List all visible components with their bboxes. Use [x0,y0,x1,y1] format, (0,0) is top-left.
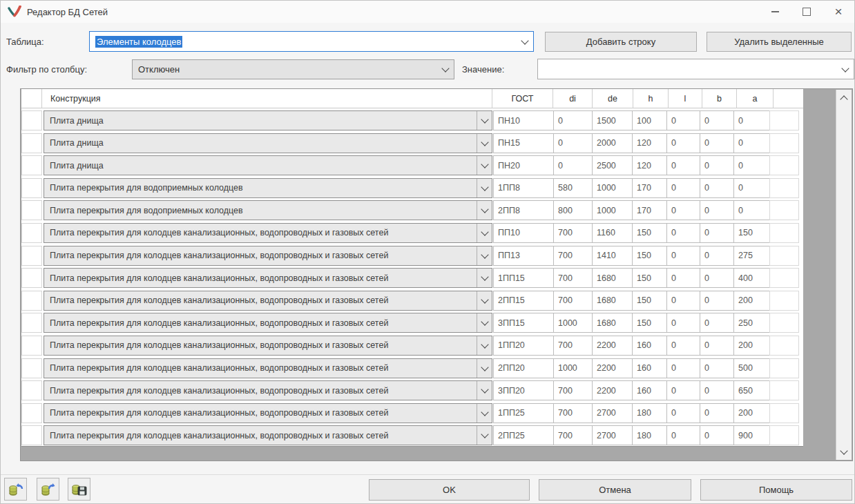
row-selector[interactable] [21,268,42,288]
cell-l[interactable]: 0 [666,358,700,378]
cell-a[interactable]: 900 [733,425,770,445]
construction-dropdown[interactable]: Плита днища [44,133,492,153]
cell-b[interactable]: 0 [700,246,734,266]
scroll-down-button[interactable] [836,445,852,458]
cell-a[interactable]: 500 [733,358,770,378]
cell-di[interactable]: 580 [553,178,593,198]
cell-a[interactable]: 150 [733,223,770,243]
delete-selected-button[interactable]: Удалить выделенные [707,32,852,52]
cell-l[interactable]: 0 [666,200,700,220]
cell-de[interactable]: 1680 [592,268,633,288]
row-selector[interactable] [21,155,42,175]
cell-gost[interactable]: 1ПП25 [493,403,554,423]
construction-dropdown[interactable]: Плита перекрытия для колодцев канализаци… [44,403,492,423]
cell-di[interactable]: 800 [553,200,593,220]
row-selector[interactable] [21,336,42,356]
cell-h[interactable]: 170 [632,178,667,198]
cell-de[interactable]: 2200 [592,380,633,400]
cell-l[interactable]: 0 [666,155,700,175]
cell-gost[interactable]: ПП10 [493,223,554,243]
row-selector[interactable] [21,223,42,243]
row-selector[interactable] [21,358,42,378]
row-selector[interactable] [21,425,42,445]
cell-b[interactable]: 0 [700,380,734,400]
cell-h[interactable]: 150 [632,268,667,288]
cell-l[interactable]: 0 [666,403,700,423]
cell-h[interactable]: 120 [632,155,667,175]
add-row-button[interactable]: Добавить строку [545,32,697,52]
cell-de[interactable]: 1000 [592,178,633,198]
cell-gost[interactable]: 1ПП15 [493,268,554,288]
cell-h[interactable]: 150 [632,246,667,266]
cell-de[interactable]: 1410 [592,246,633,266]
col-header-a[interactable]: a [737,89,774,108]
cell-gost[interactable]: 3ПП20 [493,380,554,400]
col-header-de[interactable]: de [593,89,633,108]
row-selector[interactable] [21,110,42,130]
cell-l[interactable]: 0 [666,223,700,243]
db-redo-button[interactable] [37,478,59,501]
row-selector[interactable] [21,133,42,153]
cell-de[interactable]: 1160 [592,223,633,243]
cell-di[interactable]: 700 [553,223,593,243]
cell-a[interactable]: 200 [733,291,770,311]
cell-di[interactable]: 0 [553,110,593,130]
cell-gost[interactable]: 2ПП15 [493,291,554,311]
cell-h[interactable]: 170 [632,200,667,220]
row-selector[interactable] [21,313,42,333]
row-selector[interactable] [21,200,42,220]
construction-dropdown[interactable]: Плита перекрытия для колодцев канализаци… [44,336,492,356]
cell-di[interactable]: 700 [553,268,593,288]
cell-gost[interactable]: ПН20 [493,155,554,175]
value-select[interactable] [537,59,854,79]
cell-b[interactable]: 0 [700,268,734,288]
cell-b[interactable]: 0 [700,336,734,356]
cell-gost[interactable]: 2ПП20 [493,358,554,378]
cell-a[interactable]: 0 [733,110,770,130]
cell-de[interactable]: 1500 [592,110,633,130]
construction-dropdown[interactable]: Плита перекрытия для колодцев канализаци… [44,223,492,243]
cell-a[interactable]: 400 [733,268,770,288]
cell-l[interactable]: 0 [666,425,700,445]
cell-gost[interactable]: 1ПП8 [493,178,554,198]
ok-button[interactable]: OK [369,479,530,501]
cell-h[interactable]: 120 [632,133,667,153]
help-button[interactable]: Помощь [700,479,852,501]
vertical-scrollbar[interactable] [836,90,852,460]
cell-b[interactable]: 0 [700,358,734,378]
col-header-construction[interactable]: Конструкция [42,89,492,108]
cell-de[interactable]: 1000 [592,200,633,220]
scroll-up-button[interactable] [836,91,852,105]
cell-gost[interactable]: ПН10 [493,110,554,130]
construction-dropdown[interactable]: Плита днища [44,110,492,130]
minimize-button[interactable] [759,1,791,23]
row-selector[interactable] [21,246,42,266]
cell-di[interactable]: 1000 [553,358,593,378]
cell-de[interactable]: 2200 [592,358,633,378]
cell-de[interactable]: 2000 [592,133,633,153]
cancel-button[interactable]: Отмена [539,479,691,501]
cell-gost[interactable]: ПН15 [493,133,554,153]
cell-h[interactable]: 100 [632,110,667,130]
cell-h[interactable]: 160 [632,380,667,400]
row-selector[interactable] [21,403,42,423]
cell-l[interactable]: 0 [666,380,700,400]
cell-a[interactable]: 0 [733,178,770,198]
cell-l[interactable]: 0 [666,291,700,311]
filter-select[interactable]: Отключен [132,59,454,79]
cell-l[interactable]: 0 [666,313,700,333]
col-header-gost[interactable]: ГОСТ [492,89,553,108]
cell-h[interactable]: 160 [632,358,667,378]
cell-h[interactable]: 150 [632,313,667,333]
db-save-button[interactable] [68,478,90,501]
cell-b[interactable]: 0 [700,313,734,333]
cell-di[interactable]: 0 [553,133,593,153]
cell-gost[interactable]: 1ПП20 [493,336,554,356]
table-select[interactable]: Элементы колодцев [89,31,534,52]
cell-b[interactable]: 0 [700,291,734,311]
cell-b[interactable]: 0 [700,155,734,175]
db-undo-button[interactable] [4,478,27,501]
cell-gost[interactable]: ПП13 [493,246,554,266]
col-header-h[interactable]: h [633,89,669,108]
construction-dropdown[interactable]: Плита перекрытия для водоприемных колодц… [44,178,492,198]
